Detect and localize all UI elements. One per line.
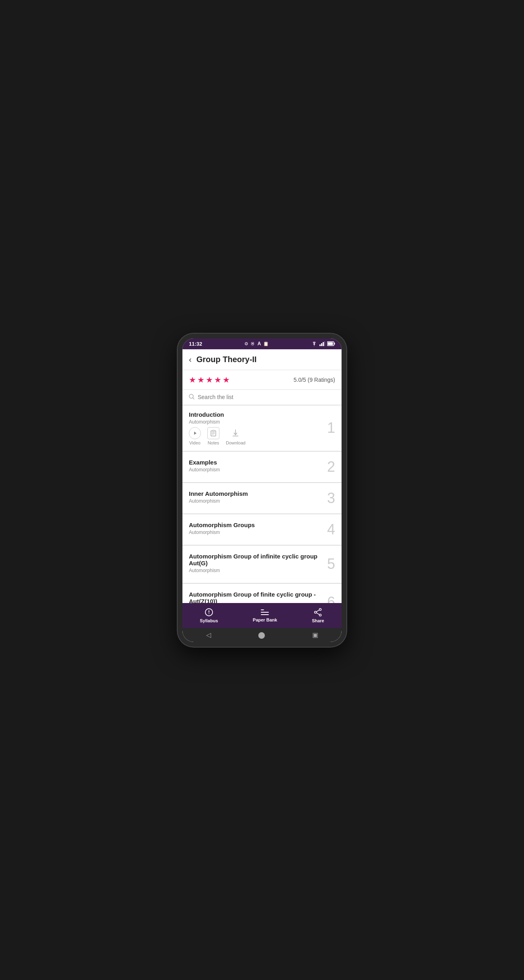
svg-rect-5 [334,343,335,345]
content-area: ★ ★ ★ ★ ★ 5.0/5 (9 Ratings) [182,370,342,603]
item-subtitle: Automorphism [189,467,335,473]
back-button[interactable]: ‹ [189,355,192,364]
item-number: 3 [327,491,335,505]
battery-icon [327,341,335,346]
system-nav: ◁ ⬤ ▣ [182,628,342,642]
item-number: 6 [327,595,335,603]
list-item[interactable]: Automorphism Group of finite cyclic grou… [182,584,342,603]
svg-rect-2 [323,342,324,346]
nav-syllabus[interactable]: Syllabus [193,606,224,625]
notes-label: Notes [208,440,219,445]
list-item[interactable]: Introduction Automorphism Video [182,405,342,452]
svg-point-25 [319,614,321,616]
item-title: Inner Automorphism [189,490,335,497]
item-number: 2 [327,460,335,474]
svg-line-26 [317,610,319,612]
content-list: Introduction Automorphism Video [182,405,342,603]
a-icon: A [258,341,261,346]
item-subtitle: Automorphism [189,498,335,504]
wifi-icon [311,341,317,346]
page-title: Group Theory-II [196,355,257,364]
status-icons: ⚙ ⛨ A 📋 [244,341,269,346]
status-time: 11:32 [189,341,202,347]
download-label: Download [226,440,246,445]
video-button[interactable]: Video [189,427,201,445]
bottom-nav: Syllabus Paper Bank Share [182,603,342,628]
svg-line-27 [317,613,319,615]
syllabus-icon [205,608,213,617]
clipboard-status-icon: 📋 [263,341,269,346]
nav-paper-bank[interactable]: Paper Bank [246,607,284,624]
item-title: Automorphism Group of infinite cyclic gr… [189,553,335,566]
settings-icon: ⚙ [244,341,248,346]
video-icon [189,427,201,439]
svg-marker-9 [194,432,196,435]
home-system-button[interactable]: ⬤ [258,631,265,639]
item-title: Examples [189,459,335,466]
item-subtitle: Automorphism [189,419,335,425]
svg-rect-3 [324,341,325,346]
phone-screen: 11:32 ⚙ ⛨ A 📋 [182,338,342,642]
item-number: 4 [327,522,335,537]
svg-rect-6 [328,342,333,345]
signal-icon [319,341,325,346]
notes-icon [207,427,219,439]
share-icon [313,608,322,617]
star-1: ★ [189,375,196,385]
search-bar [182,390,342,405]
shield-icon: ⛨ [251,341,255,346]
item-actions: Video [189,427,335,445]
video-label: Video [189,440,201,445]
back-system-button[interactable]: ◁ [206,631,211,639]
search-input[interactable] [198,394,335,400]
svg-point-24 [315,611,317,613]
recents-system-button[interactable]: ▣ [312,631,318,639]
list-item[interactable]: Automorphism Groups Automorphism 4 [182,514,342,546]
rating-text: 5.0/5 (9 Ratings) [294,377,336,383]
star-rating[interactable]: ★ ★ ★ ★ ★ [189,375,230,385]
svg-point-23 [319,608,321,610]
item-number: 5 [327,557,335,571]
svg-rect-11 [212,430,215,431]
item-title: Introduction [189,411,335,418]
nav-share[interactable]: Share [305,606,331,625]
download-button[interactable]: Download [226,427,246,445]
svg-rect-0 [319,344,321,346]
nav-syllabus-label: Syllabus [200,618,218,623]
star-5: ★ [223,375,230,385]
svg-line-8 [193,398,194,399]
rating-bar: ★ ★ ★ ★ ★ 5.0/5 (9 Ratings) [182,370,342,390]
status-bar: 11:32 ⚙ ⛨ A 📋 [182,338,342,349]
star-2: ★ [197,375,205,385]
svg-point-19 [209,613,209,614]
star-4: ★ [214,375,221,385]
list-item[interactable]: Examples Automorphism 2 [182,452,342,483]
item-title: Automorphism Groups [189,522,335,528]
svg-rect-1 [321,343,322,346]
notes-button[interactable]: Notes [207,427,219,445]
item-title: Automorphism Group of finite cyclic grou… [189,591,335,603]
list-item[interactable]: Automorphism Group of infinite cyclic gr… [182,546,342,584]
item-subtitle: Automorphism [189,568,335,573]
phone-frame: 11:32 ⚙ ⛨ A 📋 [178,334,346,647]
status-right-icons [311,341,335,346]
download-icon [229,427,242,439]
header: ‹ Group Theory-II [182,349,342,370]
paper-bank-icon [260,609,269,616]
item-subtitle: Automorphism [189,530,335,535]
item-number: 1 [327,421,335,435]
search-icon [189,394,194,401]
nav-share-label: Share [312,618,324,623]
list-item[interactable]: Inner Automorphism Automorphism 3 [182,483,342,514]
star-3: ★ [206,375,213,385]
nav-paper-bank-label: Paper Bank [253,617,277,622]
